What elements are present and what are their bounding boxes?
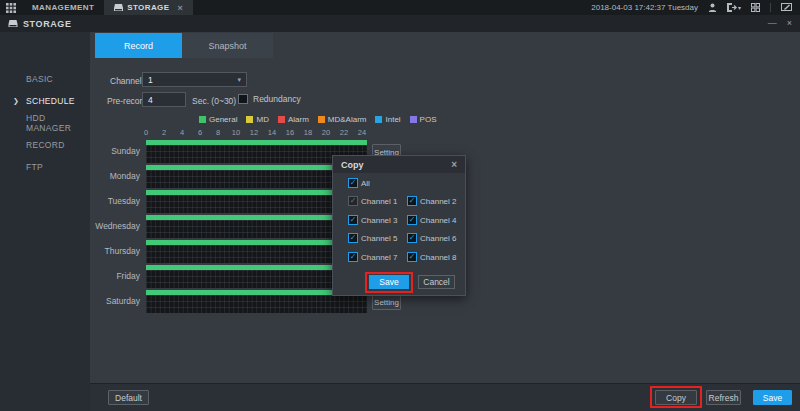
- sidebar-item-label: SCHEDULE: [26, 96, 75, 106]
- channel-5-checkbox-row[interactable]: ✓ Channel 5: [348, 233, 397, 243]
- tab-record[interactable]: Record: [95, 33, 182, 58]
- day-label-tuesday: Tuesday: [92, 196, 140, 206]
- sidebar-item-ftp[interactable]: FTP: [0, 156, 90, 178]
- channel-3-checkbox[interactable]: ✓: [348, 215, 358, 225]
- grid-icon: [6, 3, 16, 13]
- sidebar: BASIC ❯ SCHEDULE HDD MANAGER RECORD FTP: [0, 32, 90, 411]
- minimize-icon[interactable]: —: [768, 19, 777, 28]
- sidebar-item-hdd-manager[interactable]: HDD MANAGER: [0, 112, 90, 134]
- day-label-wednesday: Wednesday: [92, 221, 140, 231]
- redundancy-checkbox-row[interactable]: Redundancy: [238, 94, 301, 104]
- redundancy-label: Redundancy: [253, 94, 301, 104]
- day-label-saturday: Saturday: [92, 296, 140, 306]
- channel-3-checkbox-row[interactable]: ✓ Channel 3: [348, 215, 397, 225]
- dialog-cancel-button[interactable]: Cancel: [418, 275, 455, 289]
- logout-icon[interactable]: ▾: [727, 3, 741, 12]
- day-label-friday: Friday: [92, 271, 140, 281]
- general-swatch: [199, 116, 206, 123]
- legend-item-intel: Intel: [375, 115, 400, 124]
- copy-dialog: Copy × ✓ All ✓ Channel 1 ✓ Channel 2 ✓ C…: [332, 155, 466, 296]
- record-type-legend: General MD Alarm MD&Alarm Intel POS: [199, 115, 437, 124]
- all-label: All: [361, 179, 370, 188]
- copy-dialog-title: Copy: [341, 160, 364, 170]
- app-tab-storage-label: STORAGE: [127, 3, 169, 12]
- day-label-monday: Monday: [92, 171, 140, 181]
- channel-7-checkbox[interactable]: ✓: [348, 252, 358, 262]
- channel-4-checkbox-row[interactable]: ✓ Channel 4: [407, 215, 456, 225]
- app-tab-management-label: MANAGEMENT: [32, 3, 94, 12]
- monitor-edit-icon[interactable]: [781, 3, 792, 12]
- storage-disk-icon: [114, 4, 123, 12]
- datetime-display: 2018-04-03 17:42:37 Tuesday: [591, 3, 698, 12]
- close-tab-icon[interactable]: ×: [177, 3, 183, 13]
- chevron-right-icon: ❯: [13, 97, 19, 105]
- storage-disk-icon: [8, 20, 18, 28]
- channel-8-checkbox-row[interactable]: ✓ Channel 8: [407, 252, 456, 262]
- channel-5-checkbox[interactable]: ✓: [348, 233, 358, 243]
- toolbar-divider: [770, 3, 771, 12]
- app-tab-storage[interactable]: STORAGE ×: [104, 0, 193, 15]
- sidebar-item-label: RECORD: [26, 140, 65, 150]
- app-launcher-button[interactable]: [0, 0, 22, 15]
- all-checkbox-row[interactable]: ✓ All: [348, 178, 370, 188]
- logout-caret-icon: ▾: [738, 4, 741, 11]
- channel-2-checkbox[interactable]: ✓: [407, 196, 417, 206]
- sidebar-item-label: BASIC: [26, 74, 53, 84]
- default-button[interactable]: Default: [108, 390, 149, 405]
- pre-record-input[interactable]: 4: [142, 92, 186, 107]
- sidebar-item-label: FTP: [26, 162, 43, 172]
- alarm-swatch: [278, 116, 285, 123]
- channel-select[interactable]: 1 ▾: [142, 72, 247, 87]
- channel-1-checkbox-row[interactable]: ✓ Channel 1: [348, 196, 397, 206]
- copy-dialog-title-bar: Copy ×: [333, 156, 465, 173]
- mdalarm-swatch: [318, 116, 325, 123]
- channel-6-checkbox[interactable]: ✓: [407, 233, 417, 243]
- intel-swatch: [375, 116, 382, 123]
- day-label-thursday: Thursday: [92, 246, 140, 256]
- legend-item-pos: POS: [410, 115, 437, 124]
- legend-item-mdalarm: MD&Alarm: [318, 115, 367, 124]
- day-label-sunday: Sunday: [92, 146, 140, 156]
- redundancy-checkbox[interactable]: [238, 94, 248, 104]
- all-checkbox[interactable]: ✓: [348, 178, 358, 188]
- md-swatch: [246, 116, 253, 123]
- sidebar-item-schedule[interactable]: ❯ SCHEDULE: [0, 90, 90, 112]
- close-icon[interactable]: ×: [451, 159, 457, 170]
- panel-title-bar: STORAGE — ×: [0, 15, 800, 32]
- sidebar-item-basic[interactable]: BASIC: [0, 68, 90, 90]
- channel-selected-value: 1: [148, 75, 153, 85]
- channel-1-checkbox[interactable]: ✓: [348, 196, 358, 206]
- app-tab-bar: MANAGEMENT STORAGE × 2018-04-03 17:42:37…: [0, 0, 800, 15]
- sidebar-item-label: HDD MANAGER: [26, 113, 90, 133]
- legend-item-md: MD: [246, 115, 268, 124]
- legend-item-general: General: [199, 115, 237, 124]
- save-button[interactable]: Save: [753, 390, 792, 405]
- panel-title: STORAGE: [23, 19, 72, 29]
- pos-swatch: [410, 116, 417, 123]
- copy-button[interactable]: Copy: [655, 390, 697, 405]
- layout-windows-icon[interactable]: [751, 3, 760, 12]
- sidebar-item-record[interactable]: RECORD: [0, 134, 90, 156]
- setting-button-saturday[interactable]: Setting: [372, 294, 401, 310]
- hour-axis: 024681012141618202224: [137, 128, 371, 137]
- channel-6-checkbox-row[interactable]: ✓ Channel 6: [407, 233, 456, 243]
- chevron-down-icon: ▾: [237, 76, 241, 84]
- pre-record-value: 4: [148, 95, 153, 105]
- schedule-grid-saturday[interactable]: [146, 295, 367, 313]
- channel-8-checkbox[interactable]: ✓: [407, 252, 417, 262]
- legend-item-alarm: Alarm: [278, 115, 309, 124]
- refresh-button[interactable]: Refresh: [706, 390, 741, 405]
- tab-snapshot[interactable]: Snapshot: [182, 33, 273, 58]
- app-tab-management[interactable]: MANAGEMENT: [22, 0, 104, 15]
- user-icon[interactable]: [708, 3, 717, 12]
- dialog-save-button[interactable]: Save: [369, 275, 409, 289]
- channel-label: Channel: [110, 76, 142, 86]
- close-icon[interactable]: ×: [787, 19, 792, 28]
- channel-2-checkbox-row[interactable]: ✓ Channel 2: [407, 196, 456, 206]
- channel-7-checkbox-row[interactable]: ✓ Channel 7: [348, 252, 397, 262]
- channel-4-checkbox[interactable]: ✓: [407, 215, 417, 225]
- storage-schedule-window: MANAGEMENT STORAGE × 2018-04-03 17:42:37…: [0, 0, 800, 411]
- pre-record-unit: Sec. (0~30): [192, 96, 236, 106]
